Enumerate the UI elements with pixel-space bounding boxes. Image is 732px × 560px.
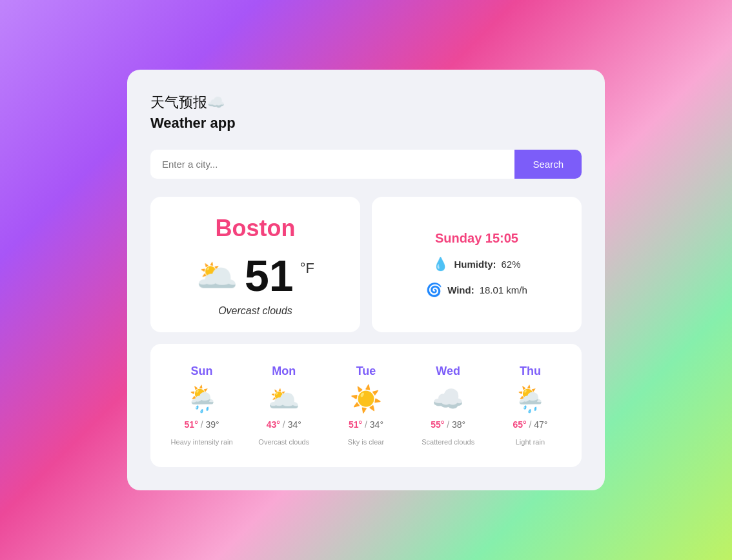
forecast-low: 39° (205, 419, 219, 430)
forecast-description: Light rain (516, 437, 545, 446)
forecast-high: 55° (431, 419, 444, 430)
weather-description: Overcast clouds (166, 305, 345, 317)
forecast-low: 47° (534, 419, 547, 430)
forecast-high: 51° (349, 419, 362, 430)
temperature-row: 🌥️ 51 °F (166, 254, 345, 297)
forecast-icon: 🌥️ (268, 386, 300, 412)
forecast-high: 43° (267, 419, 280, 430)
details-card: Sunday 15:05 💧 Humidty: 62% 🌀 Wind: 18.0… (372, 197, 582, 332)
forecast-day: Sun 🌦️ 51° / 39° Heavy intensity rain (161, 359, 243, 452)
search-button[interactable]: Search (514, 150, 582, 179)
current-weather-icon: 🌥️ (196, 259, 238, 292)
forecast-card: Sun 🌦️ 51° / 39° Heavy intensity rain Mo… (150, 344, 582, 467)
wind-value: 18.01 km/h (480, 285, 527, 295)
temperature-unit: °F (300, 260, 314, 277)
forecast-description: Scattered clouds (422, 437, 474, 446)
search-row: Search (150, 150, 582, 179)
city-search-input[interactable] (150, 150, 514, 179)
forecast-low: 34° (370, 419, 383, 430)
app-title-english: Weather app (150, 115, 582, 132)
forecast-temps: 55° / 38° (431, 419, 465, 430)
forecast-separator: / (365, 419, 370, 430)
forecast-icon: ☀️ (350, 386, 382, 412)
city-name: Boston (166, 215, 345, 242)
forecast-day-name: Thu (520, 365, 541, 378)
forecast-day-name: Wed (436, 365, 460, 378)
forecast-temps: 51° / 39° (185, 419, 219, 430)
forecast-day-name: Tue (356, 365, 376, 378)
wind-icon: 🌀 (426, 282, 442, 297)
forecast-high: 51° (185, 419, 198, 430)
wind-row: 🌀 Wind: 18.01 km/h (426, 282, 527, 297)
temperature-value: 51 (245, 254, 294, 297)
forecast-day: Mon 🌥️ 43° / 34° Overcast clouds (243, 359, 325, 452)
humidity-row: 💧 Humidty: 62% (432, 256, 520, 272)
forecast-icon: 🌦️ (186, 386, 218, 412)
weather-top-row: Boston 🌥️ 51 °F Overcast clouds Sunday 1… (150, 197, 582, 332)
forecast-day: Wed ☁️ 55° / 38° Scattered clouds (407, 359, 489, 452)
forecast-temps: 43° / 34° (267, 419, 301, 430)
forecast-separator: / (447, 419, 452, 430)
forecast-day: Thu 🌦️ 65° / 47° Light rain (489, 359, 571, 452)
app-card: 天气预报☁️ Weather app Search Boston 🌥️ 51 °… (127, 70, 605, 490)
forecast-temps: 65° / 47° (513, 419, 547, 430)
forecast-high: 65° (513, 419, 526, 430)
humidity-icon: 💧 (432, 256, 449, 272)
forecast-icon: ☁️ (432, 386, 464, 412)
forecast-day: Tue ☀️ 51° / 34° Sky is clear (325, 359, 407, 452)
humidity-value: 62% (501, 259, 520, 270)
forecast-day-name: Mon (272, 365, 296, 378)
humidity-label: Humidty: (454, 259, 496, 270)
forecast-temps: 51° / 34° (349, 419, 383, 430)
datetime: Sunday 15:05 (435, 231, 518, 246)
forecast-description: Heavy intensity rain (171, 437, 233, 446)
forecast-description: Sky is clear (348, 437, 384, 446)
wind-label: Wind: (447, 285, 474, 295)
current-weather-card: Boston 🌥️ 51 °F Overcast clouds (150, 197, 360, 332)
forecast-low: 34° (288, 419, 301, 430)
app-title-chinese: 天气预报☁️ (150, 93, 582, 112)
forecast-description: Overcast clouds (258, 437, 309, 446)
forecast-separator: / (283, 419, 288, 430)
forecast-icon: 🌦️ (514, 386, 546, 412)
forecast-day-name: Sun (191, 365, 213, 378)
forecast-low: 38° (452, 419, 465, 430)
